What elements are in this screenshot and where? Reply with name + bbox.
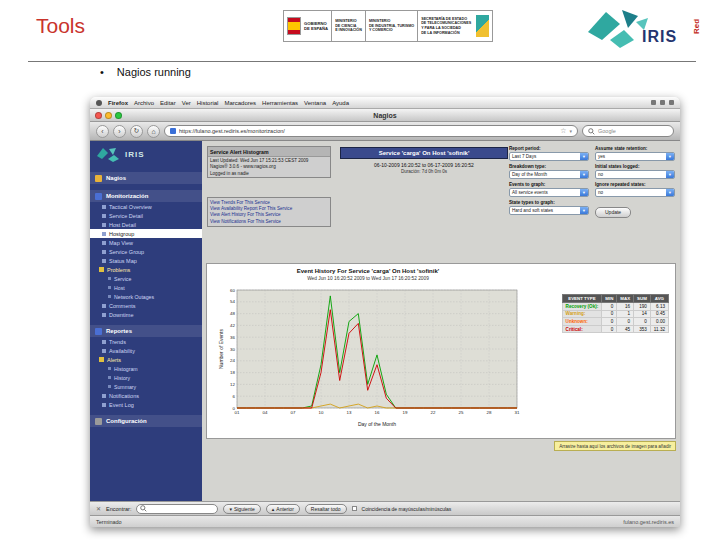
select-arrow-icon: ▾ [666,153,674,160]
back-button[interactable]: ‹ [96,125,109,138]
sidebar-item-tactical-overview[interactable]: Tactical Overview [90,202,202,211]
find-input[interactable] [136,504,218,514]
find-toolbar: ✕ Encontrar: ▾Siguiente ▴Anterior Resalt… [90,501,680,515]
sidebar-item-host-detail[interactable]: Host Detail [90,220,202,229]
sidebar-item-histogram[interactable]: Histogram [90,364,202,373]
window-title: Nagios [90,112,680,119]
logo-text-line: Y COMERCIO [369,28,414,33]
update-button[interactable]: Update [595,207,631,218]
select-events-to-graph[interactable]: All service events▾ [509,188,589,197]
menu-extra-icon[interactable] [651,100,656,105]
close-findbar-icon[interactable]: ✕ [96,505,101,512]
sidebar-item-comments[interactable]: Comments [90,301,202,310]
menu-archivo[interactable]: Archivo [134,100,154,106]
sidebar-item-alerts[interactable]: Alerts [90,355,202,364]
plan-avanza-icon [476,15,489,37]
sidebar-item-configuraci-n[interactable]: Configuración [90,415,202,427]
sidebar-item-downtime[interactable]: Downtime [90,310,202,319]
menu-herramientas[interactable]: Herramientas [262,100,298,106]
report-link-view-notifications-for-this-service[interactable]: View Notifications For This Service [210,218,328,224]
gobierno-espana-logo: GOBIERNO DE ESPAÑA [283,10,332,42]
select-initial-states-logged[interactable]: no▾ [595,170,675,179]
bullet-icon [108,295,111,298]
menu-extra-icon[interactable] [660,100,665,105]
bookmark-star-icon[interactable]: ☆ [560,127,566,135]
svg-text:30: 30 [230,347,235,352]
svg-text:42: 42 [230,323,235,328]
home-button[interactable]: ⌂ [147,125,160,138]
apple-menu-icon[interactable] [96,100,102,106]
svg-text:28: 28 [487,410,492,415]
select-report-period[interactable]: Last 7 Days▾ [509,152,589,161]
status-host: fulano.gest.rediris.es [623,519,674,525]
sidebar-item-label: Notifications [109,393,139,399]
sidebar-item-reportes[interactable]: Reportes [90,325,202,337]
menu-editar[interactable]: Editar [160,100,176,106]
monitorizaci-n-icon [95,193,102,200]
window-titlebar[interactable]: Nagios [90,109,680,122]
control-label: State types to graph: [509,200,589,205]
url-dropdown-icon[interactable]: ▾ [569,128,572,134]
sidebar-item-service[interactable]: Service [90,274,202,283]
sidebar-item-label: Nagios [106,175,126,181]
menu-ver[interactable]: Ver [182,100,191,106]
sidebar-item-map-view[interactable]: Map View [90,238,202,247]
select-assume-state-retention[interactable]: yes▾ [595,152,675,161]
sidebar-item-problems[interactable]: Problems [90,265,202,274]
menu-historial[interactable]: Historial [197,100,219,106]
address-bar[interactable]: https://fulano.gest.rediris.es/monitoriz… [164,125,578,137]
sidebar-item-network-outages[interactable]: Network Outages [90,292,202,301]
select-breakdown-type[interactable]: Day of the Month▾ [509,170,589,179]
status-bar: Terminado fulano.gest.rediris.es [90,515,680,527]
legend-table: EVENT TYPEMINMAXSUMAVGRecovery (Ok):0161… [562,294,669,333]
svg-text:48: 48 [230,311,235,316]
find-prev-button[interactable]: ▴Anterior [266,504,300,514]
svg-text:25: 25 [459,410,464,415]
svg-text:13: 13 [347,410,352,415]
sidebar-item-monitorizaci-n[interactable]: Monitorización [90,190,202,202]
sidebar-item-availability[interactable]: Availability [90,346,202,355]
sidebar-item-hostgroup[interactable]: Hostgroup [90,229,202,238]
select-state-types-to-graph[interactable]: Hard and soft states▾ [509,206,589,215]
sidebar-item-trends[interactable]: Trends [90,337,202,346]
menu-firefox[interactable]: Firefox [108,100,128,106]
browser-toolbar: ‹ › ↻ ⌂ https://fulano.gest.rediris.es/m… [90,122,680,141]
select-ignore-repeated-states[interactable]: no▾ [595,188,675,197]
select-arrow-icon: ▾ [580,207,588,214]
reportes-icon [95,328,102,335]
match-case-checkbox[interactable] [352,506,357,511]
sidebar-item-host[interactable]: Host [90,283,202,292]
menu-marcadores[interactable]: Marcadores [224,100,256,106]
mac-menubar: FirefoxArchivoEditarVerHistorialMarcador… [90,97,680,109]
forward-button[interactable]: › [113,125,126,138]
svg-text:Number of Events: Number of Events [218,328,224,369]
menu-ayuda[interactable]: Ayuda [332,100,349,106]
search-input[interactable]: Google [582,125,674,137]
bullet-icon [102,223,106,227]
sidebar-item-label: Monitorización [106,193,148,199]
menu-extra-icon[interactable] [669,100,674,105]
rediris-red-text: Red [692,19,701,34]
sidebar-item-notifications[interactable]: Notifications [90,391,202,400]
control-label: Ignore repeated states: [595,182,675,187]
report-duration: Duración: 7d 0h 0m 0s [340,169,508,174]
match-case-label: Coincidencia de mayúsculas/minúsculas [362,506,452,512]
menu-ventana[interactable]: Ventana [304,100,326,106]
sidebar-item-summary[interactable]: Summary [90,382,202,391]
sidebar-item-label: Service Group [109,249,144,255]
sidebar-item-history[interactable]: History [90,373,202,382]
find-next-button[interactable]: ▾Siguiente [223,504,260,514]
sidebar-item-service-detail[interactable]: Service Detail [90,211,202,220]
highlight-all-button[interactable]: Resaltar todo [305,504,347,514]
sidebar-item-nagios[interactable]: Nagios [90,172,202,184]
sidebar-item-status-map[interactable]: Status Map [90,256,202,265]
sidebar-item-service-group[interactable]: Service Group [90,247,202,256]
sidebar-item-event-log[interactable]: Event Log [90,400,202,409]
magnifier-icon [588,128,595,135]
reload-button[interactable]: ↻ [130,125,143,138]
legend-row: Recovery (Ok):0161906.13 [562,303,668,311]
gobierno-espana-text: GOBIERNO DE ESPAÑA [304,21,328,31]
select-arrow-icon: ▾ [580,153,588,160]
svg-text:10: 10 [319,410,324,415]
sidebar-item-label: Histogram [114,366,138,372]
